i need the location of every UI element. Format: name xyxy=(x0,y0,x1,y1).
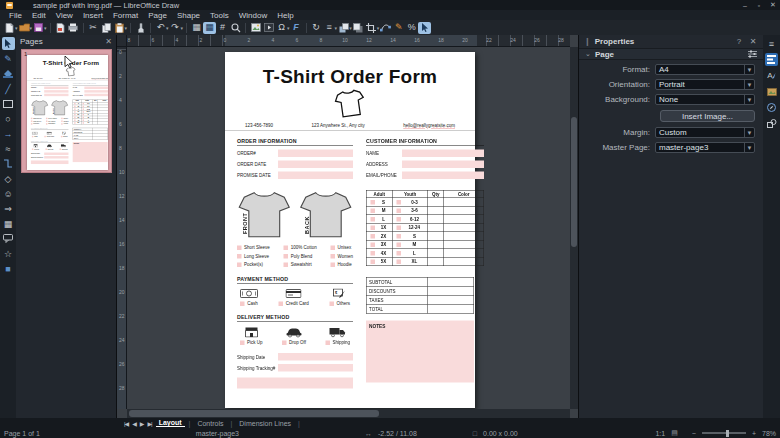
maximize-button[interactable]: ▫ xyxy=(752,2,766,9)
page-section-header[interactable]: ⌄ Page xyxy=(579,48,763,60)
chevron-down-icon: ▼ xyxy=(744,80,754,89)
tab-gallery[interactable] xyxy=(765,85,778,98)
glue-points-icon[interactable]: ✎ xyxy=(392,22,405,34)
document-page[interactable]: T-Shirt Order Form 123-456-7890 123 Anyw… xyxy=(225,52,475,408)
menu-insert[interactable]: Insert xyxy=(78,11,108,20)
master-page-select[interactable]: master-page3▼ xyxy=(655,142,755,153)
horizontal-scrollbar-thumb[interactable] xyxy=(129,410,379,417)
last-page-icon[interactable]: ▶| xyxy=(147,420,151,427)
insert-image-icon[interactable] xyxy=(249,22,262,34)
tab-navigator[interactable] xyxy=(765,101,778,114)
checkbox xyxy=(31,120,32,121)
edit-points-icon[interactable] xyxy=(379,22,392,34)
menu-format[interactable]: Format xyxy=(108,11,143,20)
menu-page[interactable]: Page xyxy=(143,11,172,20)
tab-properties[interactable] xyxy=(765,53,778,66)
block-arrows-icon[interactable]: ⇒ xyxy=(2,202,15,215)
tab-shapes[interactable] xyxy=(765,117,778,130)
format-select[interactable]: A4▼ xyxy=(655,64,755,75)
3d-objects-icon[interactable]: ■ xyxy=(2,262,15,275)
helplines-icon[interactable]: # xyxy=(216,22,229,34)
flowchart-icon[interactable]: ▦ xyxy=(2,217,15,230)
zoom-out-button[interactable]: − xyxy=(692,430,696,437)
car-icon xyxy=(47,144,53,148)
shadow-icon[interactable] xyxy=(352,22,365,34)
page-section-label: Page xyxy=(595,50,614,59)
lines-and-arrows-icon[interactable]: → xyxy=(2,127,15,140)
insert-media-icon[interactable] xyxy=(262,22,275,34)
print-icon[interactable] xyxy=(67,22,80,34)
page-thumbnail[interactable]: 1 T-Shirt Order Form 123-456-7890 123 An… xyxy=(21,49,112,173)
display-grid-icon[interactable]: ▦ xyxy=(190,22,203,34)
menu-shape[interactable]: Shape xyxy=(172,11,205,20)
background-label: Background: xyxy=(579,95,655,104)
master-page-status[interactable]: master-page3 xyxy=(196,430,239,437)
menu-help[interactable]: Help xyxy=(272,11,298,20)
tab-separator: | xyxy=(298,420,300,427)
connector-icon[interactable] xyxy=(2,157,15,170)
vertical-scrollbar[interactable] xyxy=(570,47,578,409)
zoom-slider[interactable] xyxy=(702,432,746,434)
layer-tab-dimension-lines[interactable]: Dimension Lines xyxy=(236,420,294,427)
basic-shapes-icon[interactable]: ◇ xyxy=(2,172,15,185)
show-draw-functions-icon[interactable] xyxy=(418,22,431,34)
symbol-shapes-icon[interactable]: ☺ xyxy=(2,187,15,200)
menu-view[interactable]: View xyxy=(51,11,78,20)
field-label: Shipping Tracking# xyxy=(31,156,44,158)
field-label: EMAIL/PHONE xyxy=(366,173,402,178)
zoom-slider-thumb[interactable] xyxy=(726,430,729,437)
cut-icon[interactable]: ✂ xyxy=(87,22,100,34)
vertical-scrollbar-thumb[interactable] xyxy=(571,117,577,247)
panel-close-icon[interactable]: ✕ xyxy=(748,37,758,46)
customer-info-heading: CUSTOMER INFORMATION xyxy=(73,83,108,85)
sidebar-menu-icon[interactable]: ≡ xyxy=(765,37,778,50)
layer-tab-controls[interactable]: Controls xyxy=(194,420,226,427)
copy-icon[interactable] xyxy=(100,22,113,34)
line-color-icon[interactable]: ✎ xyxy=(2,52,15,65)
insert-image-button[interactable]: Insert Image... xyxy=(660,110,755,122)
margin-select[interactable]: Custom▼ xyxy=(655,127,755,138)
menu-window[interactable]: Window xyxy=(234,11,272,20)
scale-indicator[interactable]: 1:1 xyxy=(655,430,665,437)
transformations-icon[interactable]: ↻ xyxy=(310,22,323,34)
callouts-icon[interactable] xyxy=(2,232,15,245)
snap-to-grid-icon[interactable]: ▦ xyxy=(203,22,216,34)
ellipse-icon[interactable]: ○ xyxy=(2,112,15,125)
fill-color-icon[interactable] xyxy=(2,67,15,80)
fontwork-icon[interactable]: F xyxy=(290,22,303,34)
pages-panel-close-icon[interactable]: ✕ xyxy=(105,37,112,46)
horizontal-ruler[interactable]: 86420246810121416182022242628 xyxy=(127,35,570,47)
next-page-icon[interactable]: ▶ xyxy=(140,420,144,427)
layer-tab-layout[interactable]: Layout xyxy=(156,419,185,427)
zoom-in-button[interactable]: + xyxy=(752,430,756,437)
menu-file[interactable]: File xyxy=(4,11,27,20)
vertical-ruler[interactable]: 0246810121416182022242628 xyxy=(117,47,127,409)
curve-icon[interactable]: ≈ xyxy=(2,142,15,155)
export-pdf-icon[interactable] xyxy=(54,22,67,34)
zoom-pan-icon[interactable] xyxy=(229,22,242,34)
minimize-button[interactable]: – xyxy=(738,2,752,9)
section-settings-icon[interactable] xyxy=(748,50,757,58)
tab-styles[interactable]: A xyxy=(765,69,778,82)
contact-address: 123 Anywhere St., Any city xyxy=(311,123,364,128)
pages-panel-title: Pages xyxy=(20,37,43,46)
zoom-percentage[interactable]: 78% xyxy=(762,430,776,437)
totals-row: SUBTOTAL xyxy=(366,277,474,286)
snap-guides-icon[interactable]: % xyxy=(405,22,418,34)
stars-banners-icon[interactable]: ☆ xyxy=(2,247,15,260)
orientation-select[interactable]: Portrait▼ xyxy=(655,79,755,90)
menu-tools[interactable]: Tools xyxy=(205,11,234,20)
panel-help-icon[interactable]: ? xyxy=(734,37,744,46)
background-select[interactable]: None▼ xyxy=(655,94,755,105)
clone-formatting-icon[interactable] xyxy=(134,22,147,34)
previous-page-icon[interactable]: ◀ xyxy=(132,420,136,427)
insert-line-icon[interactable]: ╱ xyxy=(2,82,15,95)
horizontal-scrollbar[interactable] xyxy=(127,409,570,418)
field-label: NAME xyxy=(366,151,402,156)
select-icon[interactable] xyxy=(2,37,15,50)
rectangle-icon[interactable] xyxy=(2,97,15,110)
menu-edit[interactable]: Edit xyxy=(27,11,51,20)
document-view[interactable]: T-Shirt Order Form 123-456-7890 123 Anyw… xyxy=(127,47,570,409)
first-page-icon[interactable]: |◀ xyxy=(124,420,128,427)
close-button[interactable]: ✕ xyxy=(766,1,780,9)
